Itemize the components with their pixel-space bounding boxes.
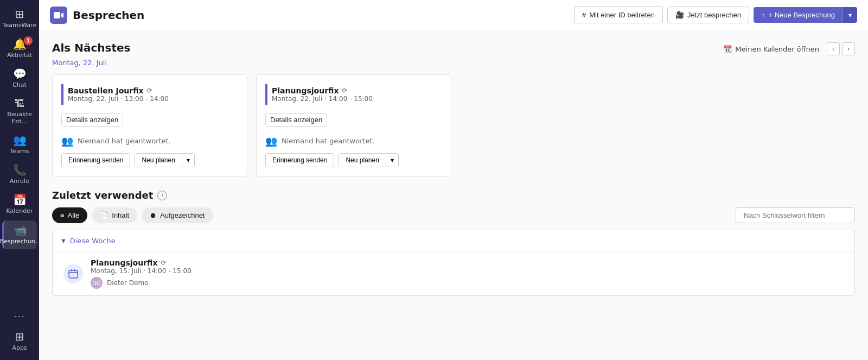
card2-refresh-icon[interactable]: ⟳ xyxy=(342,87,347,94)
card1-reminder-button[interactable]: Erinnerung senden xyxy=(61,153,130,167)
bauakte-icon: 🏗 xyxy=(15,99,24,109)
next-section: Als Nächstes 📆 Meinen Kalender öffnen ‹ … xyxy=(52,41,855,176)
sidebar: ⊞ TeamsWare 🔔 1 Aktivität 💬 Chat 🏗 Bauak… xyxy=(0,0,39,360)
apps-icon: ⊞ xyxy=(15,331,24,342)
main-content-area: Als Nächstes 📆 Meinen Kalender öffnen ‹ … xyxy=(39,30,868,360)
new-meeting-split-button: + + Neue Besprechung ▾ xyxy=(754,7,857,23)
filter-tabs: ≡ Alle 📄 Inhalt ⏺ Aufgezeichnet xyxy=(52,207,213,223)
week-header[interactable]: ▼ Diese Woche xyxy=(53,230,854,251)
sidebar-item-chat[interactable]: 💬 Chat xyxy=(2,64,37,93)
calendar-small-icon: 📆 xyxy=(723,45,732,53)
list-item: Planungsjourfix ⟳ Montag, 15. Juli · 14:… xyxy=(53,251,854,295)
calendar-nav-arrows: ‹ › xyxy=(827,42,855,55)
meeting-card-2: Planungsjourfix ⟳ Montag, 22. Juli · 14:… xyxy=(256,74,451,176)
card1-title: Baustellen Jourfix ⟳ xyxy=(68,86,169,95)
info-icon[interactable]: i xyxy=(157,191,167,200)
meeting-list-calendar-icon xyxy=(63,264,83,283)
phone-icon: 📞 xyxy=(13,165,27,175)
filter-tab-recorded[interactable]: ⏺ Aufgezeichnet xyxy=(142,207,213,223)
list-item-organizer: DD Dieter Demo xyxy=(91,277,844,289)
sidebar-item-more[interactable]: ··· xyxy=(2,308,37,326)
card1-actions: Erinnerung senden Neu planen ▾ xyxy=(61,153,238,167)
filter-tab-content[interactable]: 📄 Inhalt xyxy=(92,207,137,223)
week-chevron-icon: ▼ xyxy=(61,238,66,244)
file-icon: 📄 xyxy=(100,211,108,219)
card2-reminder-button[interactable]: Erinnerung senden xyxy=(265,153,334,167)
next-section-date: Montag, 22. Juli xyxy=(52,59,855,67)
card1-header: Baustellen Jourfix ⟳ Montag, 22. Juli · … xyxy=(61,84,238,105)
card2-replan-dropdown-button[interactable]: ▾ xyxy=(386,154,398,167)
sidebar-item-label: TeamsWare xyxy=(3,22,37,29)
card2-replan-split: Neu planen ▾ xyxy=(339,153,398,167)
card1-replan-button[interactable]: Neu planen xyxy=(135,154,181,167)
video-icon: 📹 xyxy=(14,225,27,236)
sidebar-item-label: Kalender xyxy=(7,207,33,214)
recent-section-title: Zuletzt verwendet xyxy=(52,190,153,201)
people-icon-2: 👥 xyxy=(265,135,277,147)
sidebar-item-label: Besprechun... xyxy=(0,238,41,245)
svg-rect-4 xyxy=(74,269,75,271)
new-meeting-button[interactable]: + + Neue Besprechung xyxy=(754,7,843,23)
keyword-filter-input[interactable] xyxy=(736,207,855,223)
page-header-icon xyxy=(50,7,67,24)
page-header: Besprechen # Mit einer ID beitreten 🎥 Je… xyxy=(39,0,868,30)
organizer-name: Dieter Demo xyxy=(107,279,148,287)
sidebar-item-label: Teams xyxy=(10,148,29,155)
svg-rect-0 xyxy=(54,12,60,18)
sidebar-item-teamsware[interactable]: ⊞ TeamsWare xyxy=(2,4,37,33)
hash-icon: # xyxy=(582,11,586,19)
week-section: ▼ Diese Woche Planungsjou xyxy=(52,230,855,296)
card1-replan-split: Neu planen ▾ xyxy=(135,153,194,167)
open-calendar-button[interactable]: 📆 Meinen Kalender öffnen ‹ › xyxy=(723,42,855,55)
card1-replan-dropdown-button[interactable]: ▾ xyxy=(182,154,194,167)
meeting-cards-row: Baustellen Jourfix ⟳ Montag, 22. Juli · … xyxy=(52,74,855,176)
card1-no-response: 👥 Niemand hat geantwortet. xyxy=(61,135,238,147)
sidebar-item-teams[interactable]: 👥 Teams xyxy=(2,130,37,159)
sidebar-item-label: Apps xyxy=(12,344,27,351)
filter-tab-all[interactable]: ≡ Alle xyxy=(52,207,87,223)
card1-refresh-icon[interactable]: ⟳ xyxy=(147,87,152,94)
next-arrow-button[interactable]: › xyxy=(842,42,855,55)
sidebar-item-label: Bauakte Ent... xyxy=(4,111,35,125)
sidebar-item-besprechung[interactable]: 📹 Besprechun... xyxy=(2,220,37,249)
recent-section: Zuletzt verwendet i ≡ Alle 📄 Inhalt ⏺ Au xyxy=(52,190,855,296)
card2-replan-button[interactable]: Neu planen xyxy=(339,154,385,167)
teams-icon: 👥 xyxy=(13,135,27,146)
main-content: Besprechen # Mit einer ID beitreten 🎥 Je… xyxy=(39,0,868,360)
teamsware-icon: ⊞ xyxy=(15,9,24,20)
prev-arrow-button[interactable]: ‹ xyxy=(827,42,840,55)
chat-icon: 💬 xyxy=(13,68,27,79)
plus-icon: + xyxy=(761,11,765,19)
sidebar-item-label: Aktivität xyxy=(7,52,32,59)
filter-row: ≡ Alle 📄 Inhalt ⏺ Aufgezeichnet xyxy=(52,207,855,223)
activity-badge: 1 xyxy=(24,36,33,45)
card2-details-button[interactable]: Details anzeigen xyxy=(265,113,327,127)
card2-title: Planungsjourfix ⟳ xyxy=(272,86,373,95)
sidebar-item-activity[interactable]: 🔔 1 Aktivität xyxy=(2,34,37,63)
sidebar-item-kalender[interactable]: 📅 Kalender xyxy=(2,190,37,219)
sidebar-item-bauakte[interactable]: 🏗 Bauakte Ent... xyxy=(2,94,37,129)
meet-now-button[interactable]: 🎥 Jetzt besprechen xyxy=(667,7,749,23)
next-section-header: Als Nächstes 📆 Meinen Kalender öffnen ‹ … xyxy=(52,41,855,56)
list-icon: ≡ xyxy=(60,211,65,219)
svg-rect-1 xyxy=(69,270,78,278)
card2-no-response: 👥 Niemand hat geantwortet. xyxy=(265,135,442,147)
card2-info: Planungsjourfix ⟳ Montag, 22. Juli · 14:… xyxy=(272,86,373,103)
card2-datetime: Montag, 22. Juli · 14:00 - 15:00 xyxy=(272,95,373,103)
new-meeting-dropdown-button[interactable]: ▾ xyxy=(843,7,857,23)
page-title: Besprechen xyxy=(73,9,574,22)
next-section-title: Als Nächstes xyxy=(52,41,130,54)
sidebar-item-label: Chat xyxy=(12,81,27,89)
card1-details-button[interactable]: Details anzeigen xyxy=(61,113,123,127)
svg-rect-3 xyxy=(71,269,72,271)
organizer-avatar: DD xyxy=(91,277,103,289)
week-label: Diese Woche xyxy=(70,237,116,245)
recent-section-header: Zuletzt verwendet i xyxy=(52,190,855,201)
sidebar-item-apps[interactable]: ⊞ Apps xyxy=(2,327,37,356)
card2-accent xyxy=(265,84,267,105)
people-icon: 👥 xyxy=(61,135,73,147)
join-with-id-button[interactable]: # Mit einer ID beitreten xyxy=(574,7,663,23)
record-icon: ⏺ xyxy=(150,211,157,219)
list-item-refresh-icon[interactable]: ⟳ xyxy=(161,259,166,267)
sidebar-item-anrufe[interactable]: 📞 Anrufe xyxy=(2,160,37,189)
